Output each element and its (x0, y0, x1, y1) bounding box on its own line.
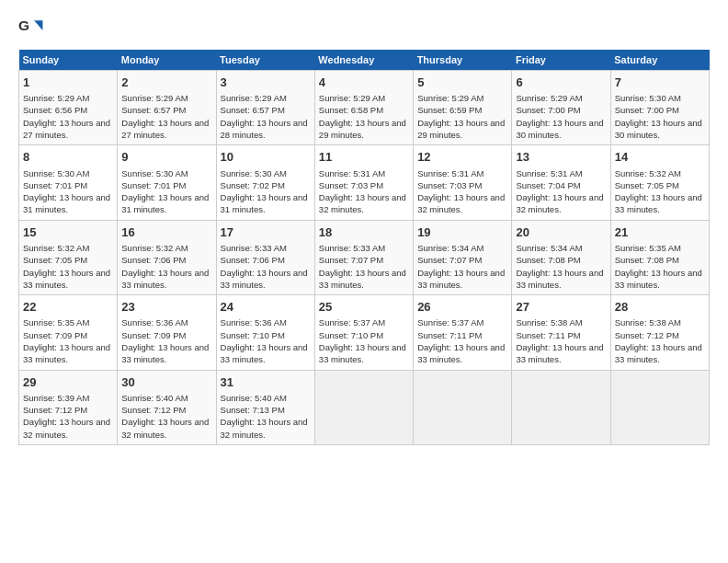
daylight: Daylight: 13 hours and 32 minutes. (516, 192, 603, 214)
sunset: Sunset: 7:01 PM (23, 180, 87, 190)
day-number: 14 (615, 149, 705, 166)
sunrise: Sunrise: 5:31 AM (516, 168, 582, 178)
day-number: 23 (121, 299, 211, 316)
daylight: Daylight: 13 hours and 33 minutes. (615, 192, 702, 214)
day-number: 21 (615, 224, 705, 241)
sunrise: Sunrise: 5:29 AM (221, 93, 287, 103)
header-cell-friday: Friday (512, 50, 610, 71)
day-cell: 23Sunrise: 5:36 AMSunset: 7:09 PMDayligh… (118, 295, 216, 370)
day-cell: 24Sunrise: 5:36 AMSunset: 7:10 PMDayligh… (216, 295, 314, 370)
sunset: Sunset: 7:08 PM (516, 255, 580, 265)
day-cell: 7Sunrise: 5:30 AMSunset: 7:00 PMDaylight… (610, 71, 709, 145)
daylight: Daylight: 13 hours and 33 minutes. (417, 342, 505, 364)
day-cell: 15Sunrise: 5:32 AMSunset: 7:05 PMDayligh… (19, 220, 118, 294)
header-cell-sunday: Sunday (19, 50, 118, 71)
sunset: Sunset: 6:59 PM (417, 105, 482, 115)
day-number: 17 (221, 224, 311, 241)
sunset: Sunset: 6:57 PM (121, 105, 186, 115)
day-number: 4 (319, 75, 409, 91)
day-number: 24 (221, 299, 311, 316)
day-number: 29 (23, 374, 113, 391)
day-cell (314, 370, 413, 444)
day-cell: 8Sunrise: 5:30 AMSunset: 7:01 PMDaylight… (19, 145, 118, 220)
sunrise: Sunrise: 5:30 AM (221, 168, 287, 178)
header-cell-wednesday: Wednesday (314, 50, 413, 71)
header-row: SundayMondayTuesdayWednesdayThursdayFrid… (19, 50, 710, 71)
daylight: Daylight: 13 hours and 29 minutes. (417, 118, 505, 140)
day-number: 30 (121, 374, 211, 391)
day-number: 26 (417, 299, 507, 316)
day-cell: 17Sunrise: 5:33 AMSunset: 7:06 PMDayligh… (216, 220, 314, 294)
day-number: 9 (121, 149, 211, 166)
sunset: Sunset: 7:08 PM (615, 255, 679, 265)
sunrise: Sunrise: 5:37 AM (417, 317, 483, 327)
daylight: Daylight: 13 hours and 32 minutes. (417, 192, 505, 214)
sunset: Sunset: 7:12 PM (121, 405, 186, 415)
svg-marker-1 (34, 20, 42, 30)
day-cell: 12Sunrise: 5:31 AMSunset: 7:03 PMDayligh… (414, 145, 512, 220)
day-number: 13 (516, 149, 606, 166)
sunrise: Sunrise: 5:34 AM (417, 243, 483, 253)
day-number: 28 (615, 299, 705, 316)
sunset: Sunset: 7:09 PM (23, 330, 87, 340)
sunrise: Sunrise: 5:40 AM (121, 393, 188, 403)
day-number: 16 (121, 224, 211, 241)
sunset: Sunset: 7:02 PM (221, 180, 285, 190)
sunset: Sunset: 7:11 PM (417, 330, 482, 340)
day-number: 5 (417, 75, 507, 91)
day-cell (414, 370, 512, 444)
daylight: Daylight: 13 hours and 33 minutes. (417, 268, 505, 290)
week-row-2: 8Sunrise: 5:30 AMSunset: 7:01 PMDaylight… (19, 145, 710, 220)
day-cell: 19Sunrise: 5:34 AMSunset: 7:07 PMDayligh… (414, 220, 512, 294)
daylight: Daylight: 13 hours and 33 minutes. (516, 342, 603, 364)
sunset: Sunset: 7:10 PM (319, 330, 383, 340)
sunrise: Sunrise: 5:38 AM (516, 317, 582, 327)
sunset: Sunset: 7:09 PM (121, 330, 186, 340)
page: G SundayMondayTuesdayWednesdayThursdayFr… (0, 0, 728, 563)
sunset: Sunset: 7:06 PM (221, 255, 285, 265)
week-row-1: 1Sunrise: 5:29 AMSunset: 6:56 PMDaylight… (19, 71, 710, 145)
day-cell: 27Sunrise: 5:38 AMSunset: 7:11 PMDayligh… (512, 295, 610, 370)
sunrise: Sunrise: 5:29 AM (516, 93, 582, 103)
daylight: Daylight: 13 hours and 33 minutes. (23, 268, 110, 290)
day-cell: 4Sunrise: 5:29 AMSunset: 6:58 PMDaylight… (314, 71, 413, 145)
sunset: Sunset: 7:12 PM (615, 330, 679, 340)
daylight: Daylight: 13 hours and 32 minutes. (221, 417, 308, 439)
sunrise: Sunrise: 5:39 AM (23, 393, 89, 403)
sunset: Sunset: 7:07 PM (319, 255, 383, 265)
day-cell: 13Sunrise: 5:31 AMSunset: 7:04 PMDayligh… (512, 145, 610, 220)
daylight: Daylight: 13 hours and 33 minutes. (121, 268, 209, 290)
day-number: 15 (23, 224, 113, 241)
sunset: Sunset: 6:58 PM (319, 105, 383, 115)
sunrise: Sunrise: 5:35 AM (615, 243, 681, 253)
sunset: Sunset: 6:57 PM (221, 105, 285, 115)
day-cell: 22Sunrise: 5:35 AMSunset: 7:09 PMDayligh… (19, 295, 118, 370)
day-cell: 2Sunrise: 5:29 AMSunset: 6:57 PMDaylight… (118, 71, 216, 145)
sunrise: Sunrise: 5:32 AM (23, 243, 89, 253)
sunset: Sunset: 7:03 PM (319, 180, 383, 190)
day-number: 12 (417, 149, 507, 166)
logo-icon: G (18, 15, 44, 40)
sunrise: Sunrise: 5:30 AM (615, 93, 681, 103)
sunrise: Sunrise: 5:40 AM (221, 393, 287, 403)
day-number: 2 (121, 75, 211, 91)
daylight: Daylight: 13 hours and 33 minutes. (221, 268, 308, 290)
daylight: Daylight: 13 hours and 33 minutes. (319, 268, 406, 290)
sunset: Sunset: 7:10 PM (221, 330, 285, 340)
day-cell: 6Sunrise: 5:29 AMSunset: 7:00 PMDaylight… (512, 71, 610, 145)
day-cell: 16Sunrise: 5:32 AMSunset: 7:06 PMDayligh… (118, 220, 216, 294)
daylight: Daylight: 13 hours and 27 minutes. (23, 118, 110, 140)
logo: G (18, 15, 48, 40)
day-number: 8 (23, 149, 113, 166)
sunset: Sunset: 7:07 PM (417, 255, 482, 265)
daylight: Daylight: 13 hours and 32 minutes. (23, 417, 110, 439)
day-cell: 1Sunrise: 5:29 AMSunset: 6:56 PMDaylight… (19, 71, 118, 145)
sunrise: Sunrise: 5:32 AM (121, 243, 188, 253)
day-cell: 26Sunrise: 5:37 AMSunset: 7:11 PMDayligh… (414, 295, 512, 370)
day-number: 19 (417, 224, 507, 241)
daylight: Daylight: 13 hours and 33 minutes. (23, 342, 110, 364)
day-cell: 21Sunrise: 5:35 AMSunset: 7:08 PMDayligh… (610, 220, 709, 294)
day-number: 18 (319, 224, 409, 241)
daylight: Daylight: 13 hours and 33 minutes. (121, 342, 209, 364)
daylight: Daylight: 13 hours and 28 minutes. (221, 118, 308, 140)
